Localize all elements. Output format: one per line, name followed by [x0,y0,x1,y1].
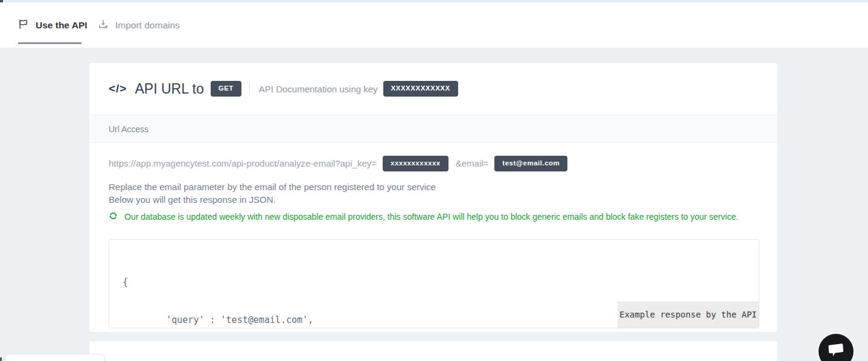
email-value-badge: test@email.com [494,156,567,171]
masked-api-key-badge: XXXXXXXXXXXX [383,81,458,97]
chat-bubble-icon [827,342,845,361]
header-divider [249,82,250,95]
url-access-section-header: Url Access [89,115,777,143]
tab-import-domains[interactable]: Import domains [98,2,180,48]
active-tab-underline [18,42,81,44]
refresh-icon [109,211,118,223]
next-card-partial [89,341,777,361]
instruction-line: Below you will get this response in JSON… [109,193,759,206]
code-icon: </> [109,82,127,95]
url-prefix: https://app.myagencytest.com/api-product… [109,158,377,168]
tab-label: Use the API [36,20,88,31]
tab-use-the-api[interactable]: Use the API [18,2,88,48]
section-label: Url Access [109,124,148,134]
api-url-card: </> API URL to GET API Documentation usi… [89,63,777,332]
code-caption: Example response by the API [617,301,759,328]
api-card-header: </> API URL to GET API Documentation usi… [89,63,777,115]
tab-bar: Use the API Import domains [0,2,868,48]
tab-label: Import domains [115,20,180,31]
instruction-line: Replace the email parameter by the email… [109,180,759,193]
example-response-code-block: { 'query' : 'test@email.com', 'is_busine… [109,239,759,328]
bottom-left-popup-partial[interactable] [5,354,105,361]
api-key-value-badge: xxxxxxxxxxxx [383,156,448,171]
flag-icon [18,19,29,32]
chat-launcher-button[interactable] [819,334,854,361]
instructions: Replace the email parameter by the email… [109,180,759,206]
card-title: API URL to [135,81,203,97]
json-response-code: { 'query' : 'test@email.com', 'is_busine… [123,251,330,328]
method-badge: GET [211,81,241,97]
api-card-body: https://app.myagencytest.com/api-product… [89,143,777,328]
code-line: 'query' : 'test@email.com', [123,314,330,327]
email-param-label: &email= [456,158,489,168]
screen: Use the API Import domains </> API URL t… [0,0,868,361]
code-line: { [123,276,330,289]
import-icon [98,19,109,32]
api-documentation-link[interactable]: API Documentation using key [259,84,378,94]
api-url-row: https://app.myagencytest.com/api-product… [109,156,759,171]
update-note: Our database is updated weekly with new … [109,211,759,223]
update-note-text: Our database is updated weekly with new … [124,212,738,222]
bottom-left-artifact [0,357,2,361]
